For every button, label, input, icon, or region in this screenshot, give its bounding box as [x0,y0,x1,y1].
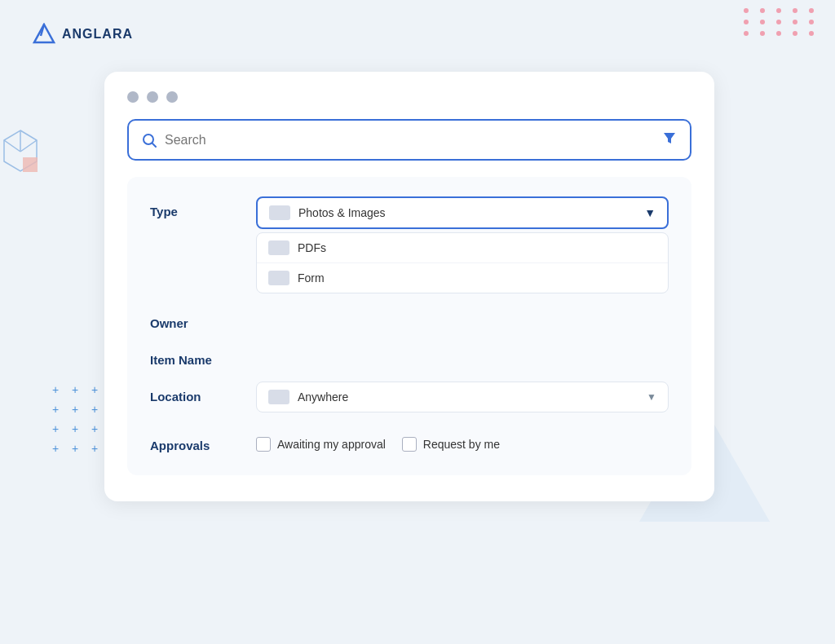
decorative-cube [0,126,41,179]
location-chevron-down-icon: ▼ [647,391,656,403]
type-controls: Photos & Images ▼ PDFs Form [256,196,669,293]
decorative-dots [744,8,819,36]
filter-icon[interactable] [662,130,677,149]
request-by-me-label[interactable]: Request by me [402,437,500,452]
filter-row-owner: Owner [150,308,669,330]
type-option-pdfs[interactable]: PDFs [257,233,668,263]
pdfs-option-text: PDFs [298,241,326,254]
location-dropdown[interactable]: Anywhere ▼ [256,382,669,412]
type-dropdown[interactable]: Photos & Images ▼ [256,196,669,229]
request-by-me-text: Request by me [423,438,500,451]
type-dropdown-list: PDFs Form [256,232,669,293]
approvals-controls: Awaiting my approval Request by me [256,430,669,452]
approvals-checkboxes: Awaiting my approval Request by me [256,430,669,452]
filter-row-type: Type Photos & Images ▼ PDFs Form [150,196,669,293]
svg-rect-4 [23,157,38,172]
svg-line-3 [20,140,37,152]
form-option-text: Form [298,271,325,285]
svg-point-7 [144,135,153,144]
form-icon-rect [268,271,289,285]
location-label: Location [150,382,240,404]
main-card: Type Photos & Images ▼ PDFs Form [104,72,714,501]
type-label: Type [150,196,240,218]
window-dot-1 [127,91,139,103]
filter-panel: Type Photos & Images ▼ PDFs Form [127,177,691,475]
svg-line-2 [4,140,20,152]
svg-marker-9 [664,133,675,143]
window-dot-2 [147,91,158,103]
search-input[interactable] [165,133,654,148]
search-bar[interactable] [127,119,691,161]
filter-row-item-name: Item Name [150,345,669,367]
location-selected-text: Anywhere [298,390,638,404]
svg-line-8 [152,143,156,147]
type-option-form[interactable]: Form [257,263,668,293]
location-icon-rect [268,390,289,404]
awaiting-approval-label[interactable]: Awaiting my approval [256,437,386,452]
type-chevron-down-icon: ▼ [644,206,656,219]
filter-row-location: Location Anywhere ▼ [150,382,669,416]
item-name-label: Item Name [150,345,240,367]
type-selected-text: Photos & Images [298,206,636,219]
request-by-me-checkbox[interactable] [402,437,417,452]
owner-label: Owner [150,308,240,330]
pdfs-icon-rect [268,240,289,255]
window-dot-3 [166,91,178,103]
logo-text: ANGLARA [62,27,133,42]
awaiting-approval-text: Awaiting my approval [277,438,386,451]
type-icon-rect [269,205,290,220]
awaiting-approval-checkbox[interactable] [256,437,271,452]
location-controls: Anywhere ▼ [256,382,669,416]
window-controls [127,91,691,103]
filter-row-approvals: Approvals Awaiting my approval Request b… [150,430,669,452]
approvals-label: Approvals [150,430,240,452]
logo: ANGLARA [33,23,133,46]
search-icon [142,133,157,148]
